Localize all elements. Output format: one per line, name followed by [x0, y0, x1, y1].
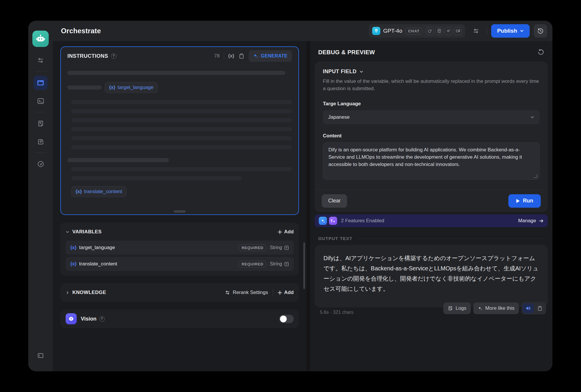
sidebar-item-terminal[interactable]: [34, 94, 48, 108]
variable-chip-translate-content[interactable]: {x} translate_content: [71, 186, 127, 197]
sliders-icon: [225, 290, 230, 295]
openai-logo-icon: [372, 27, 380, 35]
instructions-title: INSTRUCTIONS: [67, 53, 108, 59]
vision-capability-icon: [426, 27, 434, 35]
input-field-header[interactable]: INPUT FIELD: [323, 69, 540, 75]
vision-toggle[interactable]: [279, 315, 294, 323]
document-capability-icon: [435, 27, 443, 35]
publish-button[interactable]: Publish: [491, 24, 530, 38]
topbar-divider: [487, 28, 487, 34]
model-selector[interactable]: GPT-4o CHAT: [369, 24, 466, 38]
robot-icon: [36, 34, 46, 44]
sidebar-item-monitoring[interactable]: [34, 157, 48, 171]
vision-section: Vision ?: [60, 309, 299, 328]
sidebar-item-settings[interactable]: [34, 53, 48, 67]
history-icon: [537, 27, 544, 34]
copy-output-button[interactable]: [535, 303, 545, 313]
restart-button[interactable]: [537, 49, 544, 56]
target-language-select[interactable]: Japanese: [323, 110, 540, 124]
sparkle-icon: [253, 53, 258, 59]
left-panel-scrollbar[interactable]: [303, 242, 305, 289]
variable-chip-label: translate_content: [84, 189, 122, 195]
sidebar-collapse-button[interactable]: [34, 349, 48, 363]
insert-variable-button[interactable]: {x}: [228, 53, 234, 59]
audio-capability-icon: [444, 27, 452, 35]
sliders-icon: [473, 28, 479, 34]
app-logo[interactable]: [32, 31, 49, 47]
add-label: Add: [284, 229, 294, 235]
sparkle-icon: [478, 306, 483, 311]
manage-features-button[interactable]: Manage: [518, 218, 544, 224]
content-textarea[interactable]: Dify is an open-source platform for buil…: [323, 142, 540, 180]
vision-icon: [66, 313, 77, 324]
chevron-right-icon: [66, 291, 69, 295]
version-history-button[interactable]: [534, 24, 547, 38]
sidebar: [28, 21, 53, 371]
generate-button[interactable]: GENERATE: [249, 50, 292, 62]
sidebar-item-orchestrate[interactable]: [34, 76, 48, 90]
output-rule: [356, 238, 544, 239]
logs-label: Logs: [456, 305, 466, 311]
sidebar-divider: [35, 153, 46, 153]
required-badge: REQUIRED: [239, 244, 266, 251]
input-field-description: Fill in the value of the variable, which…: [323, 78, 540, 92]
chat-mode-badge: CHAT: [405, 28, 422, 34]
knowledge-header[interactable]: KNOWLEDGE Rerank Settings Add: [66, 286, 294, 299]
help-icon[interactable]: ?: [99, 316, 105, 322]
variable-token: {x}: [76, 189, 82, 194]
receipt-icon: [37, 120, 44, 127]
divider: [224, 53, 224, 59]
resize-grip-icon[interactable]: [534, 174, 537, 178]
output-text: Difyは、AIアプリケーションを構築するためのオープンソースプラットフォームで…: [323, 253, 539, 294]
more-like-this-label: More like this: [485, 305, 514, 311]
vision-label: Vision: [81, 316, 97, 322]
variable-row-translate-content[interactable]: {x} translate_content REQUIRED String: [66, 257, 294, 271]
clear-button[interactable]: Clear: [322, 194, 347, 208]
sidebar-item-logs[interactable]: [34, 116, 48, 130]
edit-document-icon: [37, 138, 44, 145]
variables-section: VARIABLES Add {x} target_language REQUIR…: [60, 223, 299, 276]
text-to-speech-button[interactable]: [523, 303, 534, 313]
copy-button[interactable]: [238, 53, 245, 59]
arrow-right-icon: [539, 218, 544, 223]
page-title: Orchestrate: [61, 27, 101, 35]
model-parameters-button[interactable]: [469, 24, 483, 38]
collapse-panel-icon: [37, 352, 44, 359]
tts-letter: T: [330, 219, 333, 223]
sidebar-divider: [35, 112, 46, 112]
orchestrate-panel: INSTRUCTIONS ? 78 {x}: [53, 41, 307, 371]
rerank-settings-button[interactable]: Rerank Settings: [225, 290, 268, 295]
more-like-this-button[interactable]: More like this: [473, 302, 519, 314]
variable-name: translate_content: [79, 261, 117, 267]
variable-row-target-language[interactable]: {x} target_language REQUIRED String: [66, 241, 294, 255]
app-window: Orchestrate GPT-4o CHAT: [28, 21, 552, 371]
topbar: Orchestrate GPT-4o CHAT: [53, 21, 552, 41]
model-name: GPT-4o: [383, 28, 402, 34]
logs-button[interactable]: Logs: [443, 302, 471, 314]
panel-divider[interactable]: [307, 41, 310, 371]
chevron-down-icon: [520, 29, 524, 33]
content-value: Dify is an open-source platform for buil…: [328, 147, 522, 167]
variable-chip-target-language[interactable]: {x} target_language: [105, 82, 158, 93]
run-button[interactable]: Run: [508, 194, 541, 208]
features-bar[interactable]: T 2 Features Enabled Manage: [315, 214, 548, 227]
add-knowledge-button[interactable]: Add: [278, 290, 294, 295]
resize-handle[interactable]: [174, 210, 186, 213]
variable-token: {x}: [70, 245, 76, 250]
string-type-icon: [284, 262, 289, 267]
variables-header[interactable]: VARIABLES Add: [66, 225, 294, 238]
sidebar-item-annotation[interactable]: [34, 134, 48, 148]
sidebar-divider: [35, 71, 46, 72]
input-field-title: INPUT FIELD: [323, 69, 356, 75]
chevron-down-icon: [530, 115, 534, 119]
chevron-down-icon: [66, 230, 69, 234]
help-icon[interactable]: ?: [111, 53, 116, 59]
add-variable-button[interactable]: Add: [278, 229, 294, 235]
type-label: String: [270, 261, 282, 267]
variable-name: target_language: [79, 245, 115, 251]
content-label: Content: [323, 133, 540, 139]
instructions-editor[interactable]: INSTRUCTIONS ? 78 {x}: [60, 46, 299, 215]
variable-chip-label: target_language: [118, 85, 153, 90]
clear-label: Clear: [328, 198, 341, 204]
publish-label: Publish: [497, 28, 517, 34]
